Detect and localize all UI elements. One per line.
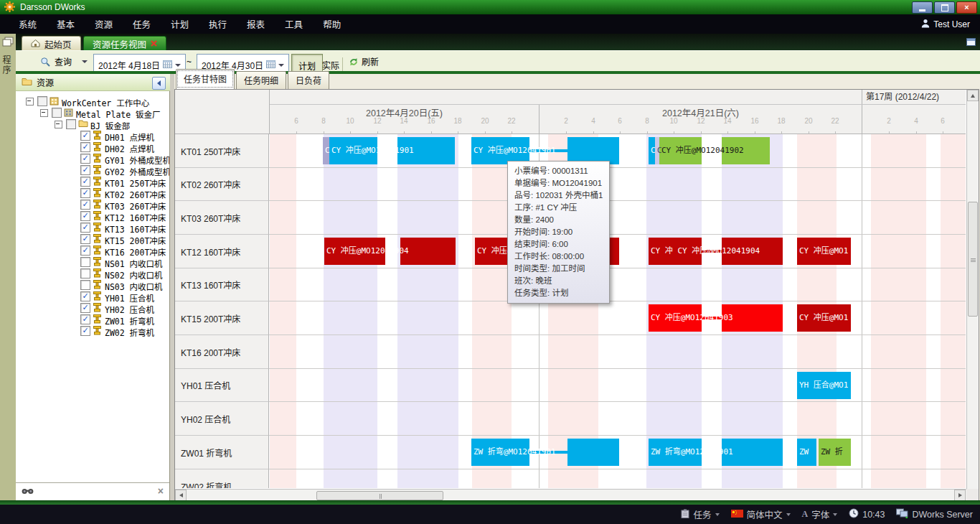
tree-item[interactable]: Metal Plate 钣金厂	[16, 108, 169, 118]
gantt-task-bar[interactable]	[722, 304, 783, 332]
checkbox[interactable]	[80, 177, 90, 187]
tree-item[interactable]: YH02 压合机	[16, 303, 169, 314]
menu-item[interactable]: 报表	[237, 17, 275, 31]
tree-item[interactable]: GY01 外桶成型机	[16, 154, 169, 164]
gantt-task-bar[interactable]	[649, 238, 702, 265]
tree-item[interactable]: DH02 点焊机	[16, 142, 169, 153]
checkbox[interactable]	[80, 291, 90, 301]
tree-item[interactable]: KT15 200T冲床	[16, 234, 169, 245]
vertical-scroll-thumb[interactable]	[968, 202, 978, 317]
gantt-task-bar[interactable]	[722, 439, 783, 466]
minimize-button[interactable]	[912, 1, 933, 14]
checkbox[interactable]	[80, 314, 90, 324]
gantt-task-bar[interactable]	[567, 439, 619, 466]
checkbox[interactable]	[80, 211, 90, 221]
refresh-button[interactable]: 刷新	[362, 51, 379, 72]
gantt-task-bar[interactable]	[323, 137, 329, 164]
checkbox[interactable]	[80, 223, 90, 233]
checkbox[interactable]	[52, 108, 62, 118]
horizontal-scrollbar[interactable]	[175, 489, 966, 501]
scroll-right-button[interactable]	[954, 490, 966, 501]
menu-item[interactable]: 基本	[47, 17, 85, 31]
gantt-task-bar[interactable]	[797, 372, 851, 399]
window-layout-icon[interactable]	[966, 38, 976, 48]
search-dropdown-caret[interactable]	[82, 51, 88, 72]
menu-item[interactable]: 计划	[161, 17, 199, 31]
checkbox[interactable]	[80, 200, 90, 210]
status-item[interactable]: 10:43	[849, 508, 885, 520]
checkbox[interactable]	[80, 280, 90, 290]
gantt-task-bar[interactable]	[397, 137, 455, 164]
view-tab[interactable]: 日负荷	[288, 71, 329, 89]
windows-stack-icon[interactable]	[2, 37, 14, 49]
tree-item[interactable]: GY02 外桶成型机	[16, 165, 169, 176]
tree-item[interactable]: KT12 160T冲床	[16, 211, 169, 222]
checkbox[interactable]	[80, 268, 90, 279]
gantt-task-bar[interactable]	[649, 304, 702, 332]
expander-icon[interactable]	[26, 98, 34, 106]
gantt-task-bar[interactable]	[400, 238, 456, 265]
tree-item[interactable]: ZW02 折弯机	[16, 326, 169, 337]
tree-item[interactable]: KT13 160T冲床	[16, 223, 169, 233]
tree-item[interactable]: WorkCenter 工作中心	[16, 96, 169, 107]
tree-item[interactable]: DH01 点焊机	[16, 131, 169, 141]
tree-item[interactable]: KT01 250T冲床	[16, 177, 169, 187]
gantt-task-bar[interactable]	[649, 137, 655, 164]
gantt-task-bar[interactable]	[649, 439, 702, 466]
tree-item[interactable]: KT16 200T冲床	[16, 245, 169, 256]
checkbox[interactable]	[37, 96, 47, 106]
checkbox[interactable]	[80, 165, 90, 175]
tree-item[interactable]: KT03 260T冲床	[16, 200, 169, 210]
gantt-task-bar[interactable]	[722, 238, 783, 265]
gantt-task-bar[interactable]	[329, 137, 377, 164]
checkbox[interactable]	[80, 188, 90, 198]
tree-item[interactable]: YH01 压合机	[16, 291, 169, 302]
gantt-task-bar[interactable]	[324, 238, 385, 265]
checkbox[interactable]	[66, 119, 76, 129]
user-indicator[interactable]: Test User	[921, 14, 970, 34]
horizontal-scroll-thumb[interactable]	[316, 491, 443, 500]
collapse-panel-button[interactable]	[152, 77, 166, 90]
checkbox[interactable]	[80, 245, 90, 256]
status-item[interactable]: 简体中文	[731, 507, 791, 521]
tab-home[interactable]: 起始页	[22, 36, 81, 51]
tab-close-icon[interactable]	[151, 39, 157, 49]
checkbox[interactable]	[80, 234, 90, 244]
gantt-task-bar[interactable]	[659, 137, 702, 164]
tree-item[interactable]: BJ 钣金部	[16, 119, 169, 130]
menu-item[interactable]: 工具	[275, 17, 313, 31]
tree-item[interactable]: NS01 内收口机	[16, 257, 169, 268]
gantt-task-bar[interactable]	[797, 304, 851, 332]
menu-item[interactable]: 帮助	[313, 17, 351, 31]
gantt-task-bar[interactable]	[797, 439, 816, 466]
maximize-button[interactable]	[934, 1, 955, 14]
scroll-up-button[interactable]	[967, 90, 979, 101]
view-tab[interactable]: 任务甘特图	[176, 69, 235, 89]
close-button[interactable]: ×	[956, 1, 977, 14]
tree-item[interactable]: KT02 260T冲床	[16, 188, 169, 199]
dock-tab-program[interactable]: 程序	[0, 55, 16, 75]
gantt-task-bar[interactable]	[722, 137, 770, 164]
tree-search-bar[interactable]: ×	[16, 482, 169, 501]
tree-item[interactable]: ZW01 折弯机	[16, 314, 169, 325]
status-item[interactable]: 任务	[681, 507, 719, 521]
menu-item[interactable]: 执行	[199, 17, 237, 31]
clear-icon[interactable]: ×	[158, 485, 164, 497]
checkbox[interactable]	[80, 303, 90, 313]
search-button[interactable]: 查询	[55, 51, 72, 72]
checkbox[interactable]	[80, 326, 90, 336]
checkbox[interactable]	[80, 257, 90, 267]
vertical-scrollbar[interactable]	[966, 90, 979, 501]
checkbox[interactable]	[80, 142, 90, 152]
tree-item[interactable]: NS03 内收口机	[16, 280, 169, 291]
binoculars-icon[interactable]	[22, 487, 34, 497]
expander-icon[interactable]	[55, 121, 62, 128]
tab-resource-task-view[interactable]: 资源任务视图	[83, 36, 166, 51]
checkbox[interactable]	[80, 154, 90, 164]
menu-item[interactable]: 任务	[123, 17, 161, 31]
gantt-task-bar[interactable]	[797, 238, 851, 265]
gantt-task-bar[interactable]	[471, 439, 529, 466]
status-item[interactable]: DWorks Server	[896, 508, 973, 520]
status-item[interactable]: A字体	[802, 507, 838, 521]
scroll-left-button[interactable]	[175, 490, 187, 501]
